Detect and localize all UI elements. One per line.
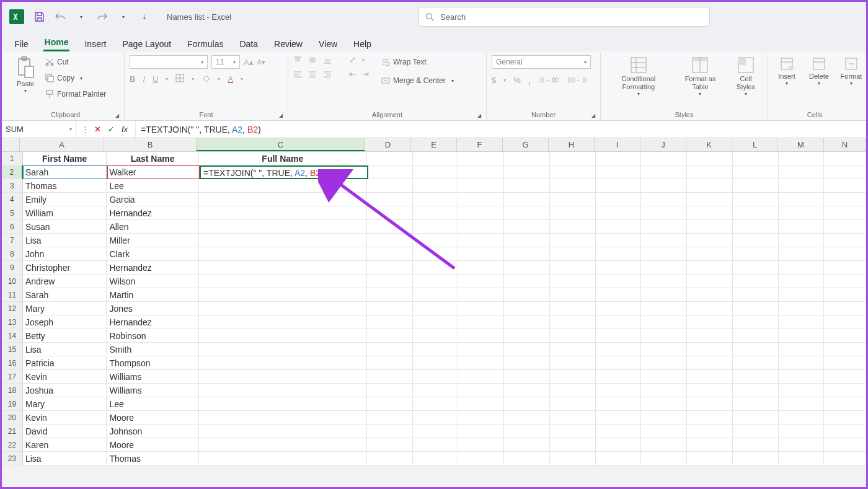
cell-E10[interactable] [413, 275, 459, 288]
cell-E20[interactable] [413, 411, 459, 425]
cell-F19[interactable] [458, 397, 504, 411]
cell-M13[interactable] [779, 315, 825, 329]
cell-F11[interactable] [458, 288, 504, 302]
cell-I13[interactable] [596, 315, 642, 329]
cell-I1[interactable] [596, 152, 642, 165]
cell-M4[interactable] [779, 193, 825, 206]
cell-M17[interactable] [779, 370, 825, 384]
cell-I19[interactable] [596, 397, 642, 411]
cell-G7[interactable] [504, 234, 550, 247]
cell-J16[interactable] [641, 356, 687, 370]
cell-K10[interactable] [687, 275, 733, 288]
cell-D9[interactable] [367, 261, 413, 275]
qat-customize-icon[interactable]: ⇣ [137, 9, 152, 24]
cell-A21[interactable]: David [23, 425, 107, 438]
cell-N17[interactable] [824, 370, 866, 384]
cell-E12[interactable] [413, 302, 459, 315]
col-header-I[interactable]: I [595, 138, 640, 151]
cell-M2[interactable] [779, 165, 825, 179]
cell-J9[interactable] [641, 261, 687, 275]
cell-C21[interactable] [199, 425, 367, 438]
cell-C6[interactable] [199, 220, 367, 234]
cell-E8[interactable] [413, 247, 459, 261]
cell-G5[interactable] [504, 206, 550, 220]
cell-J8[interactable] [641, 247, 687, 261]
cell-C19[interactable] [199, 397, 367, 411]
cell-M16[interactable] [779, 356, 825, 370]
cell-H13[interactable] [550, 315, 596, 329]
cell-M23[interactable] [779, 452, 825, 465]
cell-F7[interactable] [458, 234, 504, 247]
col-header-F[interactable]: F [457, 138, 503, 151]
cell-E23[interactable] [413, 452, 459, 465]
col-header-N[interactable]: N [824, 138, 866, 151]
cell-D22[interactable] [367, 438, 413, 452]
cell-D12[interactable] [367, 302, 413, 315]
cell-J2[interactable] [641, 165, 687, 179]
cell-B4[interactable]: Garcia [107, 193, 198, 206]
col-header-C[interactable]: C [197, 138, 365, 151]
cell-K3[interactable] [687, 179, 733, 193]
cell-J22[interactable] [641, 438, 687, 452]
cell-G21[interactable] [504, 425, 550, 438]
redo-dropdown-icon[interactable]: ▾ [116, 9, 131, 24]
alignment-launcher-icon[interactable]: ◢ [477, 113, 481, 118]
clipboard-launcher-icon[interactable]: ◢ [115, 113, 119, 118]
align-top-icon[interactable] [293, 56, 302, 64]
cell-F2[interactable] [458, 165, 504, 179]
cell-L17[interactable] [733, 370, 779, 384]
row-header-4[interactable]: 4 [2, 193, 23, 206]
cell-K11[interactable] [687, 288, 733, 302]
cell-A20[interactable]: Kevin [23, 411, 107, 425]
cell-A12[interactable]: Mary [23, 302, 107, 315]
cell-A8[interactable]: John [23, 247, 107, 261]
cell-N5[interactable] [824, 206, 866, 220]
cell-I5[interactable] [596, 206, 642, 220]
row-header-16[interactable]: 16 [2, 356, 23, 370]
cell-C11[interactable] [199, 288, 367, 302]
cell-B14[interactable]: Robinson [107, 329, 198, 343]
cell-C9[interactable] [199, 261, 367, 275]
cell-H14[interactable] [550, 329, 596, 343]
cell-N14[interactable] [824, 329, 866, 343]
cell-M19[interactable] [779, 397, 825, 411]
cell-E21[interactable] [413, 425, 459, 438]
cell-I14[interactable] [596, 329, 642, 343]
cell-G13[interactable] [504, 315, 550, 329]
row-header-11[interactable]: 11 [2, 288, 23, 302]
cell-K21[interactable] [687, 425, 733, 438]
row-header-20[interactable]: 20 [2, 411, 23, 425]
cell-H17[interactable] [550, 370, 596, 384]
cell-L8[interactable] [733, 247, 779, 261]
cell-L18[interactable] [733, 384, 779, 397]
row-header-12[interactable]: 12 [2, 302, 23, 315]
cancel-formula-icon[interactable]: ✕ [92, 125, 103, 134]
cell-A9[interactable]: Christopher [23, 261, 107, 275]
tab-help[interactable]: Help [352, 37, 373, 51]
cell-A23[interactable]: Lisa [23, 452, 107, 465]
cell-E1[interactable] [413, 152, 459, 165]
cell-A19[interactable]: Mary [23, 397, 107, 411]
cell-I4[interactable] [596, 193, 642, 206]
cell-D20[interactable] [367, 411, 413, 425]
col-header-D[interactable]: D [365, 138, 411, 151]
cell-K1[interactable] [687, 152, 733, 165]
cell-A17[interactable]: Kevin [23, 370, 107, 384]
cell-E22[interactable] [413, 438, 459, 452]
cell-I11[interactable] [596, 288, 642, 302]
cell-B1[interactable]: Last Name [107, 152, 198, 165]
cell-K6[interactable] [687, 220, 733, 234]
cell-I23[interactable] [596, 452, 642, 465]
format-painter-button[interactable]: Format Painter [44, 87, 107, 101]
cell-B15[interactable]: Smith [107, 343, 198, 356]
cell-A4[interactable]: Emily [23, 193, 107, 206]
cell-N12[interactable] [824, 302, 866, 315]
cell-D2[interactable] [367, 165, 413, 179]
cell-G3[interactable] [504, 179, 550, 193]
cell-N21[interactable] [824, 425, 866, 438]
cell-N1[interactable] [824, 152, 866, 165]
cell-J4[interactable] [641, 193, 687, 206]
cell-I10[interactable] [596, 275, 642, 288]
cell-N19[interactable] [824, 397, 866, 411]
cell-N18[interactable] [824, 384, 866, 397]
